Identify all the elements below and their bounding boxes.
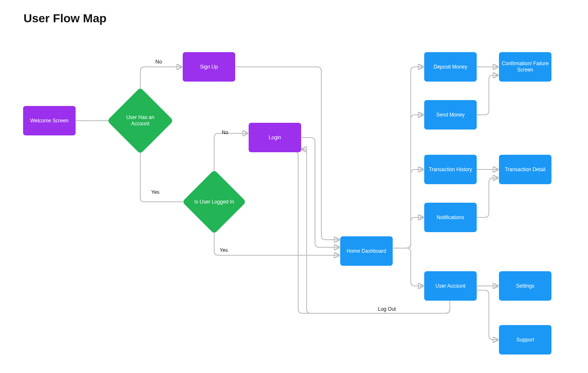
node-deposit-money: Deposit Money <box>424 52 477 82</box>
node-user-has-account-label: User Has an Account <box>117 113 164 129</box>
node-welcome-screen: Welcome Screen <box>23 106 76 135</box>
node-send-money: Send Money <box>424 100 477 130</box>
edge-label-no-2: No <box>222 130 228 135</box>
edge-label-logout: Log Out <box>378 306 396 312</box>
node-notifications: Notifications <box>424 203 477 232</box>
node-login: Login <box>249 123 301 152</box>
node-transaction-detail: Transaction Detail <box>499 155 551 184</box>
node-is-user-logged-in-label: Is User Logged In <box>193 197 236 207</box>
node-settings: Settings <box>499 271 551 301</box>
edge-label-yes-2: Yes <box>220 247 228 253</box>
edge-label-no-1: No <box>155 59 162 65</box>
node-user-has-account: User Has an Account <box>117 97 164 144</box>
node-confirmation-screen: Confirmation/ Failure Screen <box>499 52 551 82</box>
node-home-dashboard: Home Dashboard <box>340 236 393 266</box>
node-transaction-history: Transaction History <box>424 155 477 184</box>
node-user-account: User Account <box>424 271 477 301</box>
page-title: User Flow Map <box>24 12 107 25</box>
node-support: Support <box>499 325 551 354</box>
edge-label-yes-1: Yes <box>151 189 160 195</box>
node-sign-up: Sign Up <box>183 52 235 82</box>
node-is-user-logged-in: Is User Logged In <box>192 179 237 225</box>
